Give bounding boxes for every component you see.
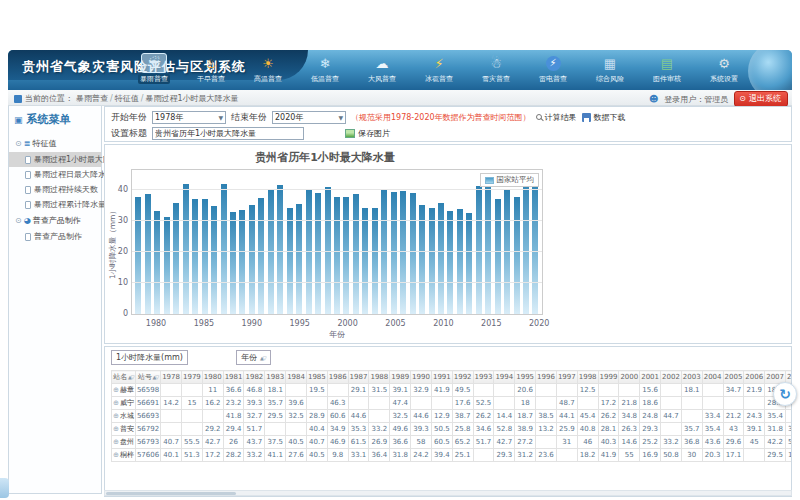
nav-item-snow-survey[interactable]: ☃雪灾普查	[474, 53, 518, 89]
horizontal-scrollbar[interactable]	[104, 490, 792, 496]
breadcrumb-item[interactable]: 特征值	[115, 94, 139, 103]
nav-item-wind-survey[interactable]: ☁大风普查	[360, 53, 404, 89]
sort-icons: ▲▽	[127, 374, 133, 380]
refresh-float-button[interactable]: ↻	[773, 382, 797, 406]
expand-toggle-icon[interactable]: ⊙	[15, 216, 22, 225]
station-data-grid[interactable]: 站名 ▲▽站号 ▲▽197819791980198119821983198419…	[111, 370, 792, 462]
y-tick-label: 20	[113, 247, 128, 256]
save-image-button[interactable]: 保存图片	[345, 128, 390, 139]
sidebar-collapse-tab[interactable]	[0, 478, 9, 498]
column-header-year[interactable]: 1999	[598, 371, 619, 384]
column-header-year[interactable]: 1985	[306, 371, 327, 384]
value-cell: 31.8	[390, 449, 411, 462]
column-header-year[interactable]: 1984	[286, 371, 307, 384]
column-header-year[interactable]: 2004	[702, 371, 723, 384]
value-cell: 40.4	[306, 423, 327, 436]
nav-item-comprehensive-risk[interactable]: ▦综合风险	[588, 53, 632, 89]
start-year-select[interactable]: 1978年▼	[152, 111, 226, 124]
value-cell: 33.2	[244, 449, 265, 462]
column-header-year[interactable]: 1986	[327, 371, 348, 384]
nav-item-label: 雪灾普查	[482, 74, 510, 84]
column-header-year[interactable]: 2000	[619, 371, 640, 384]
column-header-year[interactable]: 1980	[202, 371, 223, 384]
value-cell: 18.1	[681, 384, 702, 397]
column-header-year[interactable]: 1987	[348, 371, 369, 384]
value-cell: 65.2	[452, 436, 473, 449]
column-header-year[interactable]: 1995	[515, 371, 536, 384]
column-header-year[interactable]: 1989	[390, 371, 411, 384]
value-cell	[181, 410, 202, 423]
column-header-station-name[interactable]: 站名 ▲▽	[112, 371, 136, 384]
sidebar-item[interactable]: 暴雨过程日最大降水量	[9, 167, 101, 182]
chart-title-input[interactable]	[152, 127, 304, 140]
column-header-year[interactable]: 1996	[536, 371, 557, 384]
value-cell: 33.1	[348, 449, 369, 462]
legend-label: 国家站平均	[497, 175, 535, 185]
snow-survey-icon: ☃	[490, 57, 502, 70]
column-header-year[interactable]: 1994	[494, 371, 515, 384]
nav-item-cold-survey[interactable]: ❄低温普查	[303, 53, 347, 89]
value-cell: 46	[577, 436, 598, 449]
value-cell: 42.7	[494, 436, 515, 449]
scrollbar-thumb[interactable]	[106, 492, 236, 495]
nav-item-map-review[interactable]: ▤图件审核	[645, 53, 689, 89]
column-header-year[interactable]: 1991	[431, 371, 452, 384]
column-header-year[interactable]: 2005	[723, 371, 744, 384]
logout-button[interactable]: ⊙ 退出系统	[734, 91, 788, 107]
nav-item-lightning-survey[interactable]: ⚡雷电普查	[531, 53, 575, 89]
column-header-year[interactable]: 1978	[161, 371, 182, 384]
column-header-year[interactable]: 2003	[681, 371, 702, 384]
nav-item-system-settings[interactable]: ⚙系统设置	[702, 53, 746, 89]
station-name-cell: ⊕盘州	[112, 436, 136, 449]
column-header-year[interactable]: 1993	[473, 371, 494, 384]
nav-item-hail-survey[interactable]: ⚡冰雹普查	[417, 53, 461, 89]
station-id-cell: 56691	[135, 397, 160, 410]
end-year-select[interactable]: 2020年▼	[272, 111, 346, 124]
column-header-station-id[interactable]: 站号 ▲▽	[135, 371, 160, 384]
nav-item-rainstorm-survey[interactable]: ☔暴雨普查	[132, 53, 176, 89]
sidebar-item[interactable]: 暴雨过程持续天数	[9, 182, 101, 197]
value-cell: 26.3	[619, 423, 640, 436]
data-download-button[interactable]: 数据下载	[582, 112, 626, 123]
column-header-year[interactable]: 1988	[369, 371, 390, 384]
tree-group-survey-product[interactable]: ⊙◕普查产品制作	[9, 212, 101, 229]
breadcrumb-item[interactable]: 暴雨过程1小时最大降水量	[145, 94, 238, 103]
expand-toggle-icon[interactable]: ⊙	[15, 139, 22, 148]
column-header-year[interactable]: 1992	[452, 371, 473, 384]
calc-result-button[interactable]: 计算结果	[536, 112, 577, 123]
column-header-year[interactable]: 1983	[265, 371, 286, 384]
column-header-year[interactable]: 1997	[556, 371, 577, 384]
column-header-year[interactable]: 1990	[411, 371, 432, 384]
value-cell	[181, 423, 202, 436]
tree-group-feature-value[interactable]: ⊙≣特征值	[9, 135, 101, 152]
measure-filter[interactable]: 1小时降水量(mm)	[111, 350, 188, 365]
bar-1981	[164, 217, 170, 315]
nav-item-heat-survey[interactable]: ☀高温普查	[246, 53, 290, 89]
column-header-year[interactable]: 1998	[577, 371, 598, 384]
nav-item-drought-survey[interactable]: ♨干旱普查	[189, 53, 233, 89]
expand-row-icon[interactable]: ⊕	[113, 412, 119, 420]
column-header-year[interactable]: 1979	[181, 371, 202, 384]
expand-row-icon[interactable]: ⊕	[113, 425, 119, 433]
sidebar-item[interactable]: 普查产品制作	[9, 229, 101, 244]
value-cell: 46.8	[244, 384, 265, 397]
value-cell: 31.5	[369, 384, 390, 397]
bar-2000	[343, 197, 349, 314]
column-header-year[interactable]: 2006	[744, 371, 765, 384]
column-header-year[interactable]: 2002	[661, 371, 682, 384]
expand-row-icon[interactable]: ⊕	[113, 451, 119, 459]
breadcrumb-item[interactable]: 暴雨普查	[76, 94, 108, 103]
column-header-year[interactable]: 1982	[244, 371, 265, 384]
expand-row-icon[interactable]: ⊕	[113, 386, 119, 394]
expand-row-icon[interactable]: ⊕	[113, 399, 119, 407]
sidebar-item[interactable]: 暴雨过程1小时最大降水量	[9, 152, 101, 167]
column-header-year[interactable]: 1981	[223, 371, 244, 384]
year-filter[interactable]: 年份 ▲▽	[236, 350, 271, 365]
value-cell: 58	[411, 436, 432, 449]
expand-row-icon[interactable]: ⊕	[113, 438, 119, 446]
column-header-year[interactable]: 2001	[640, 371, 661, 384]
value-cell	[202, 410, 223, 423]
sidebar-item[interactable]: 暴雨过程累计降水量	[9, 197, 101, 212]
table-row: ⊕水城5669341.832.729.532.528.960.644.632.5…	[112, 410, 793, 423]
bar-1979	[145, 194, 151, 314]
